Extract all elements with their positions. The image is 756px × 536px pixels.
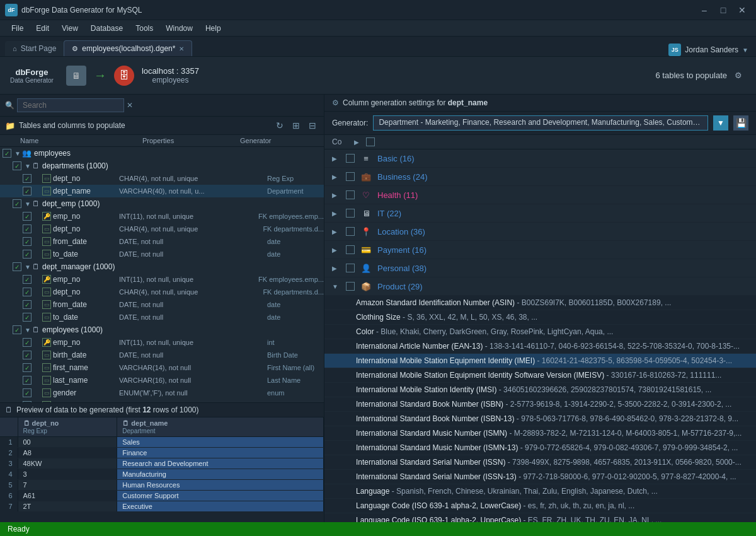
menu-item-tools[interactable]: Tools <box>129 22 159 35</box>
col-row-dept-no-3[interactable]: ▭ dept_no CHAR(4), not null, unique FK d… <box>0 286 324 298</box>
table-row-employees[interactable]: ▼ 🗒 employees (1000) <box>0 323 324 336</box>
from-date-2-check[interactable] <box>23 300 32 309</box>
product-item[interactable]: International Mobile Station Equipment I… <box>324 354 756 368</box>
tab-start-page[interactable]: ⌂ Start Page <box>5 41 64 56</box>
category-personal[interactable]: ▶ 👤 Personal (38) <box>324 259 756 277</box>
dept-emp-checkbox[interactable] <box>13 199 21 208</box>
emp-no-2-check[interactable] <box>23 275 32 284</box>
col-row-dept-no-2[interactable]: ▭ dept_no CHAR(4), not null, unique FK d… <box>0 223 324 235</box>
table-row-dept-emp[interactable]: ▼ 🗒 dept_emp (1000) <box>0 197 324 210</box>
minimize-button[interactable]: – <box>696 3 713 17</box>
product-item[interactable]: International Standard Serial Number (IS… <box>324 470 756 484</box>
dept-manager-expand[interactable]: ▼ <box>23 262 32 271</box>
category-health[interactable]: ▶ ♡ Health (11) <box>324 186 756 204</box>
col-row-first-name[interactable]: ▭ first_name VARCHAR(14), not null First… <box>0 361 324 374</box>
product-item[interactable]: Language Code (ISO 639-1 alpha-2, LowerC… <box>324 499 756 513</box>
menu-item-file[interactable]: File <box>5 22 30 35</box>
business-expand-icon[interactable]: ▶ <box>332 173 341 180</box>
table-row-dept-manager[interactable]: ▼ 🗒 dept_manager (1000) <box>0 260 324 273</box>
emp-no-3-check[interactable] <box>23 338 32 347</box>
it-expand-icon[interactable]: ▶ <box>332 210 341 217</box>
col-row-emp-no-1[interactable]: 🔑 emp_no INT(11), not null, unique FK em… <box>0 210 324 223</box>
gender-check[interactable] <box>23 388 32 397</box>
col-row-birth-date[interactable]: ▭ birth_date DATE, not null Birth Date <box>0 349 324 361</box>
to-date-1-check[interactable] <box>23 250 32 259</box>
expand-button[interactable]: ⊞ <box>290 119 302 132</box>
last-name-check[interactable] <box>23 376 32 385</box>
employees-expand[interactable]: ▼ <box>23 325 32 334</box>
category-location[interactable]: ▶ 📍 Location (36) <box>324 223 756 241</box>
category-business[interactable]: ▶ 💼 Business (24) <box>324 168 756 186</box>
menu-item-window[interactable]: Window <box>159 22 199 35</box>
dept-emp-expand[interactable]: ▼ <box>23 199 32 208</box>
product-item[interactable]: International Standard Music Number (ISM… <box>324 441 756 455</box>
product-item[interactable]: Language Code (ISO 639-1 alpha-2, UpperC… <box>324 513 756 522</box>
it-checkbox[interactable] <box>346 209 355 218</box>
product-item[interactable]: Language - Spanish, French, Chinese, Ukr… <box>324 484 756 499</box>
tree-group-employees[interactable]: ▼ 👥 employees <box>0 147 324 160</box>
table-row-departments[interactable]: ▼ 🗒 departments (1000) <box>0 160 324 172</box>
col-row-emp-no-2[interactable]: 🔑 emp_no INT(11), not null, unique FK em… <box>0 273 324 286</box>
employees-group-checkbox[interactable] <box>3 149 11 158</box>
employees-table-checkbox[interactable] <box>13 325 21 334</box>
dept-manager-checkbox[interactable] <box>13 262 21 271</box>
location-checkbox[interactable] <box>346 227 355 236</box>
generator-dropdown-button[interactable]: ▼ <box>713 115 728 131</box>
fill-checkbox[interactable] <box>366 137 375 146</box>
birth-date-check[interactable] <box>23 351 32 359</box>
business-checkbox[interactable] <box>346 172 355 181</box>
menu-item-database[interactable]: Database <box>84 22 129 35</box>
basic-checkbox[interactable] <box>346 154 355 163</box>
category-basic[interactable]: ▶ ≡ Basic (16) <box>324 149 756 168</box>
location-expand-icon[interactable]: ▶ <box>332 228 341 235</box>
dept-name-check[interactable] <box>23 187 32 195</box>
category-product[interactable]: ▼ 📦 Product (29) <box>324 277 756 296</box>
profile-dropdown-icon[interactable]: ▼ <box>742 47 748 54</box>
col-row-emp-no-3[interactable]: 🔑 emp_no INT(11), not null, unique int <box>0 336 324 349</box>
search-input[interactable] <box>17 98 124 112</box>
personal-expand-icon[interactable]: ▶ <box>332 265 341 272</box>
col-row-to-date-2[interactable]: ▭ to_date DATE, not null date <box>0 311 324 323</box>
tab-close-button[interactable]: ✕ <box>179 45 184 52</box>
employees-expand-arrow[interactable]: ▼ <box>13 149 22 158</box>
menu-item-view[interactable]: View <box>55 22 84 35</box>
refresh-button[interactable]: ↻ <box>273 119 286 132</box>
col-row-gender[interactable]: ▭ gender ENUM('M','F'), not null enum <box>0 387 324 399</box>
dept-no-3-check[interactable] <box>23 288 32 296</box>
fill-expander[interactable]: ▶ <box>352 137 361 146</box>
basic-expand-icon[interactable]: ▶ <box>332 155 341 162</box>
from-date-1-check[interactable] <box>23 237 32 246</box>
product-expand-icon[interactable]: ▼ <box>332 283 341 290</box>
product-item[interactable]: International Standard Serial Number (IS… <box>324 455 756 470</box>
first-name-check[interactable] <box>23 363 32 372</box>
health-checkbox[interactable] <box>346 190 355 199</box>
departments-checkbox[interactable] <box>13 161 21 170</box>
category-it[interactable]: ▶ 🖥 IT (22) <box>324 204 756 223</box>
product-item[interactable]: International Mobile Station Identity (I… <box>324 383 756 397</box>
generator-select[interactable]: Department - Marketing, Finance, Researc… <box>373 115 708 131</box>
dept-no-2-check[interactable] <box>23 224 32 233</box>
dept-no-1-check[interactable] <box>23 174 32 183</box>
maximize-button[interactable]: □ <box>714 3 732 17</box>
menu-item-help[interactable]: Help <box>199 22 227 35</box>
product-item[interactable]: International Standard Book Number (ISBN… <box>324 397 756 412</box>
emp-no-1-check[interactable] <box>23 212 32 221</box>
product-checkbox[interactable] <box>346 282 355 291</box>
settings-gear-button[interactable]: ⚙ <box>731 68 746 83</box>
product-item[interactable]: Color - Blue, Khaki, Cherry, DarkGreen, … <box>324 325 756 339</box>
col-row-dept-name[interactable]: ▭ dept_name VARCHAR(40), not null, u... … <box>0 185 324 197</box>
personal-checkbox[interactable] <box>346 264 355 272</box>
payment-checkbox[interactable] <box>346 245 355 254</box>
payment-expand-icon[interactable]: ▶ <box>332 247 341 253</box>
col-row-dept-no-1[interactable]: ▭ dept_no CHAR(4), not null, unique Reg … <box>0 172 324 185</box>
product-item[interactable]: International Standard Music Number (ISM… <box>324 426 756 441</box>
col-row-to-date-1[interactable]: ▭ to_date DATE, not null date <box>0 248 324 260</box>
product-item[interactable]: International Standard Book Number (ISBN… <box>324 412 756 426</box>
health-expand-icon[interactable]: ▶ <box>332 192 341 199</box>
col-row-from-date-2[interactable]: ▭ from_date DATE, not null date <box>0 298 324 311</box>
col-row-last-name[interactable]: ▭ last_name VARCHAR(16), not null Last N… <box>0 374 324 387</box>
generator-save-button[interactable]: 💾 <box>733 115 748 131</box>
col-row-from-date-1[interactable]: ▭ from_date DATE, not null date <box>0 235 324 248</box>
product-item[interactable]: International Article Number (EAN-13) - … <box>324 339 756 354</box>
to-date-2-check[interactable] <box>23 313 32 322</box>
